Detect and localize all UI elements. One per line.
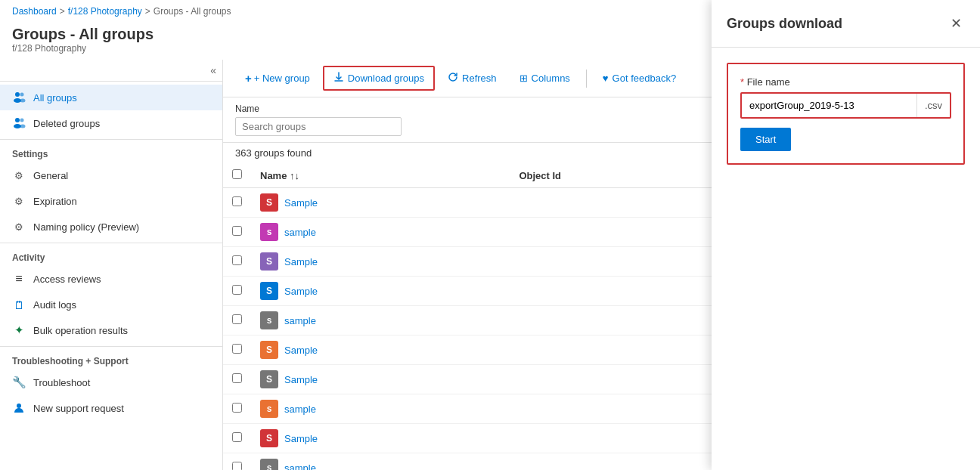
svg-point-4 <box>15 118 20 122</box>
row-checkbox[interactable] <box>232 285 242 295</box>
sidebar-item-expiration[interactable]: ⚙ Expiration <box>0 188 222 214</box>
avatar: S <box>260 193 278 212</box>
sidebar-item-bulk-operation-label: Bulk operation results <box>33 325 128 336</box>
sidebar-item-troubleshoot[interactable]: 🔧 Troubleshoot <box>0 370 222 395</box>
columns-icon: ⊞ <box>519 73 528 84</box>
row-checkbox-cell <box>223 188 251 218</box>
group-name-link[interactable]: Sample <box>284 197 318 209</box>
group-name-link[interactable]: Sample <box>284 345 318 356</box>
avatar: S <box>260 429 278 447</box>
file-name-input[interactable] <box>742 94 916 117</box>
name-cell: s sample <box>251 218 510 247</box>
svg-point-6 <box>20 119 24 122</box>
name-cell: s sample <box>251 394 510 424</box>
plus-icon: + <box>245 72 252 85</box>
group-name-link[interactable]: Sample <box>284 286 318 297</box>
sidebar-item-deleted-groups[interactable]: Deleted groups <box>0 110 222 136</box>
feedback-button[interactable]: ♥ Got feedback? <box>593 67 686 89</box>
row-checkbox-cell <box>223 394 251 424</box>
columns-label: Columns <box>532 73 570 84</box>
avatar: s <box>260 400 278 418</box>
row-checkbox[interactable] <box>232 403 242 413</box>
search-input[interactable] <box>235 117 402 136</box>
row-checkbox[interactable] <box>232 196 242 206</box>
heart-icon: ♥ <box>603 73 609 84</box>
file-ext-label: .csv <box>916 94 950 117</box>
start-button[interactable]: Start <box>740 128 791 151</box>
name-cell: S Sample <box>251 188 510 218</box>
deleted-groups-icon <box>12 116 26 130</box>
group-name-link[interactable]: sample <box>284 227 316 238</box>
object-id-column-header[interactable]: Object Id <box>510 163 715 188</box>
panel-close-button[interactable]: ✕ <box>947 12 965 35</box>
breadcrumb-org[interactable]: f/128 Photography <box>68 6 142 17</box>
sidebar-item-bulk-operation[interactable]: ✦ Bulk operation results <box>0 317 222 343</box>
group-name-link[interactable]: sample <box>284 462 316 471</box>
row-checkbox-cell <box>223 277 251 306</box>
sidebar-collapse-button[interactable]: « <box>210 64 216 76</box>
object-id-cell <box>510 247 715 277</box>
row-checkbox[interactable] <box>232 432 242 442</box>
avatar: S <box>260 252 278 271</box>
refresh-label: Refresh <box>462 73 497 84</box>
row-checkbox[interactable] <box>232 314 242 324</box>
all-groups-icon <box>12 91 26 104</box>
svg-point-8 <box>17 404 21 408</box>
breadcrumb-dashboard[interactable]: Dashboard <box>12 6 57 17</box>
row-checkbox[interactable] <box>232 373 242 383</box>
name-cell: s sample <box>251 306 510 335</box>
avatar: s <box>260 459 278 470</box>
row-checkbox[interactable] <box>232 462 242 470</box>
name-cell: s sample <box>251 453 510 471</box>
row-checkbox[interactable] <box>232 344 242 354</box>
new-group-button[interactable]: + + New group <box>235 66 320 90</box>
object-id-cell <box>510 394 715 424</box>
sidebar-item-deleted-groups-label: Deleted groups <box>33 118 100 129</box>
download-groups-button[interactable]: Download groups <box>323 66 435 91</box>
group-name-link[interactable]: Sample <box>284 374 318 385</box>
row-checkbox[interactable] <box>232 255 242 265</box>
group-name-link[interactable]: sample <box>284 315 316 326</box>
panel-title: Groups download <box>727 16 842 32</box>
name-column-header[interactable]: Name ↑↓ <box>251 163 510 188</box>
name-cell: S Sample <box>251 247 510 277</box>
download-icon <box>333 72 344 85</box>
sidebar-item-all-groups[interactable]: All groups <box>0 85 222 110</box>
new-group-label: + New group <box>254 73 310 84</box>
breadcrumb-current: Groups - All groups <box>154 6 231 17</box>
row-checkbox-cell <box>223 218 251 247</box>
avatar: S <box>260 370 278 388</box>
panel-header: Groups download ✕ <box>712 0 980 48</box>
sidebar-item-new-support[interactable]: New support request <box>0 395 222 421</box>
wrench-icon: 🔧 <box>12 376 26 389</box>
sidebar-item-naming-policy[interactable]: ⚙ Naming policy (Preview) <box>0 214 222 240</box>
list-icon: ≡ <box>12 272 26 286</box>
name-cell: S Sample <box>251 424 510 453</box>
group-name-link[interactable]: Sample <box>284 256 318 267</box>
sidebar-section-activity: Activity <box>0 243 222 266</box>
sidebar-item-access-reviews-label: Access reviews <box>33 274 101 285</box>
sidebar-item-access-reviews[interactable]: ≡ Access reviews <box>0 266 222 292</box>
panel-content-border: * File name .csv Start <box>727 63 965 165</box>
refresh-button[interactable]: Refresh <box>438 66 507 90</box>
columns-button[interactable]: ⊞ Columns <box>510 67 580 89</box>
sidebar-collapse-area: « <box>0 60 222 82</box>
object-id-cell <box>510 218 715 247</box>
refresh-icon <box>448 72 458 85</box>
sidebar-item-general[interactable]: ⚙ General <box>0 162 222 188</box>
svg-point-2 <box>20 93 24 97</box>
file-name-input-row: .csv <box>740 92 951 119</box>
sidebar-item-audit-logs-label: Audit logs <box>33 299 76 311</box>
download-groups-label: Download groups <box>348 73 424 84</box>
group-name-link[interactable]: Sample <box>284 433 318 444</box>
group-name-link[interactable]: sample <box>284 404 316 415</box>
sidebar-item-audit-logs[interactable]: 🗒 Audit logs <box>0 292 222 317</box>
row-checkbox-cell <box>223 335 251 365</box>
row-checkbox-cell <box>223 424 251 453</box>
name-cell: S Sample <box>251 277 510 306</box>
row-checkbox-cell <box>223 247 251 277</box>
select-all-checkbox[interactable] <box>232 169 242 179</box>
svg-point-0 <box>15 92 20 97</box>
row-checkbox[interactable] <box>232 226 242 236</box>
sidebar-item-general-label: General <box>33 170 68 181</box>
